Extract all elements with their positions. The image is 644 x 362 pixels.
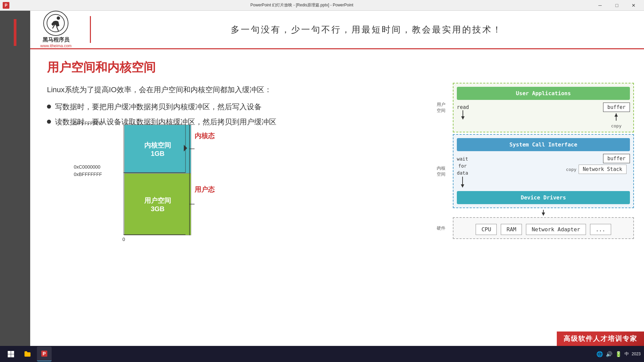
app-icon: P bbox=[3, 2, 9, 9]
window-title: PowerPoint 幻灯片放映 - [Redis原理篇.pptx] - Pow… bbox=[11, 2, 592, 8]
taskbar-icon-network: 🌐 bbox=[596, 351, 603, 357]
kernel-buffer-box: buffer bbox=[603, 154, 630, 163]
logo-circle bbox=[43, 11, 68, 36]
kernel-space-box: System Call Interface wait for data bbox=[453, 134, 634, 208]
hardware-label: 硬件 bbox=[437, 225, 445, 231]
network-stack-box: Network Stack bbox=[579, 165, 627, 174]
kernel-space-section: 内核空间 System Call Interface wait for data bbox=[453, 134, 634, 208]
copy-label1: copy bbox=[611, 123, 622, 128]
device-drivers-bar: Device Drivers bbox=[457, 191, 630, 204]
slide-content: 用户空间和内核空间 Linux系统为了提高IO效率，会在用户空间和内核空间都加入… bbox=[30, 49, 644, 362]
minimize-button[interactable]: ─ bbox=[592, 0, 608, 11]
logo-area: 黑马程序员 www.itheima.com bbox=[40, 11, 71, 48]
header-divider bbox=[90, 16, 91, 43]
svg-rect-35 bbox=[8, 354, 11, 357]
addr-mid-top: 0xC0000000 bbox=[74, 164, 100, 170]
title-bar: P PowerPoint 幻灯片放映 - [Redis原理篇.pptx] - P… bbox=[0, 0, 644, 11]
logo-brand: 黑马程序员 bbox=[43, 37, 69, 44]
user-space-label: 用户空间 bbox=[437, 102, 445, 114]
taskbar-icon-battery: 🔋 bbox=[615, 351, 622, 357]
copy-label2: copy bbox=[566, 167, 576, 172]
network-adapter-box: Network Adapter bbox=[526, 224, 586, 235]
bracket-svg bbox=[188, 125, 211, 235]
powerpoint-button[interactable]: P bbox=[37, 347, 52, 361]
data-label: data bbox=[457, 170, 468, 177]
svg-rect-33 bbox=[8, 351, 11, 354]
sidebar-strip bbox=[0, 11, 30, 362]
header-area: 黑马程序员 www.itheima.com 多一句没有，少一句不行，用最短时间，… bbox=[30, 11, 644, 49]
bullet-dot bbox=[47, 105, 51, 109]
svg-marker-32 bbox=[542, 213, 545, 216]
addr-mid-bot: 0xBFFFFFFF bbox=[74, 172, 102, 177]
svg-rect-34 bbox=[11, 351, 14, 354]
state-kernel: 内核态 bbox=[195, 131, 215, 140]
hardware-components: CPU RAM Network Adapter ... bbox=[457, 224, 630, 235]
close-button[interactable]: ✕ bbox=[626, 0, 641, 11]
logo-url: www.itheima.com bbox=[40, 44, 71, 48]
kernel-space-label: 内核空间 bbox=[437, 165, 445, 177]
svg-line-2 bbox=[57, 27, 58, 31]
svg-rect-36 bbox=[11, 354, 14, 357]
window-controls: ─ □ ✕ bbox=[592, 0, 641, 11]
taskbar: P 🌐 🔊 🔋 中 2023 bbox=[0, 346, 644, 362]
for-label: for bbox=[457, 163, 468, 170]
io-diagram: 用户空间 User Applications read buffer bbox=[453, 83, 634, 240]
memory-diagram: 0xFFFFFFFF 0xC0000000 0xBFFFFFFF 0 内核空间 … bbox=[74, 115, 215, 242]
svg-marker-26 bbox=[461, 116, 465, 120]
ellipsis-box: ... bbox=[590, 224, 611, 235]
wait-label: wait bbox=[457, 156, 468, 163]
maximize-button[interactable]: □ bbox=[609, 0, 625, 11]
system-call-bar: System Call Interface bbox=[457, 138, 630, 151]
user-buffer-box: buffer bbox=[603, 103, 630, 112]
main-content: 黑马程序员 www.itheima.com 多一句没有，少一句不行，用最短时间，… bbox=[30, 11, 644, 362]
cpu-box: CPU bbox=[476, 224, 497, 235]
user-space-section: 用户空间 User Applications read buffer bbox=[453, 83, 634, 132]
taskbar-icon-sound: 🔊 bbox=[606, 351, 612, 357]
addr-zero: 0 bbox=[122, 237, 125, 242]
slide-title: 用户空间和内核空间 bbox=[47, 59, 627, 76]
taskbar-right: 🌐 🔊 🔋 中 2023 bbox=[596, 351, 641, 357]
bullet-text-1: 写数据时，要把用户缓冲数据拷贝到内核缓冲区，然后写入设备 bbox=[55, 102, 262, 112]
svg-text:P: P bbox=[43, 351, 46, 356]
file-explorer-button[interactable] bbox=[20, 347, 35, 361]
bullet-dot bbox=[47, 120, 51, 124]
app-container: 黑马程序员 www.itheima.com 多一句没有，少一句不行，用最短时间，… bbox=[0, 11, 644, 362]
taskbar-time: 2023 bbox=[632, 352, 641, 356]
addr-top: 0xFFFFFFFF bbox=[74, 121, 102, 126]
svg-marker-28 bbox=[614, 113, 618, 117]
block-lines bbox=[123, 124, 187, 236]
user-space-box: User Applications read buffer copy bbox=[453, 83, 634, 132]
start-button[interactable] bbox=[3, 347, 18, 361]
read-label: read bbox=[457, 104, 469, 110]
svg-marker-30 bbox=[461, 184, 464, 188]
hardware-section: 硬件 CPU RAM Network Adapter ... bbox=[453, 217, 634, 239]
svg-point-1 bbox=[57, 16, 60, 20]
sidebar-red-accent bbox=[14, 19, 16, 46]
bottom-brand: 高级软件人才培训专家 bbox=[557, 331, 644, 346]
user-apps-bar: User Applications bbox=[457, 87, 630, 100]
ram-box: RAM bbox=[501, 224, 522, 235]
state-user: 用户态 bbox=[195, 185, 215, 194]
hardware-box: CPU RAM Network Adapter ... bbox=[453, 217, 634, 239]
header-slogan: 多一句没有，少一句不行，用最短时间，教会最实用的技术！ bbox=[99, 24, 634, 36]
taskbar-icon-keyboard: 中 bbox=[625, 351, 629, 357]
